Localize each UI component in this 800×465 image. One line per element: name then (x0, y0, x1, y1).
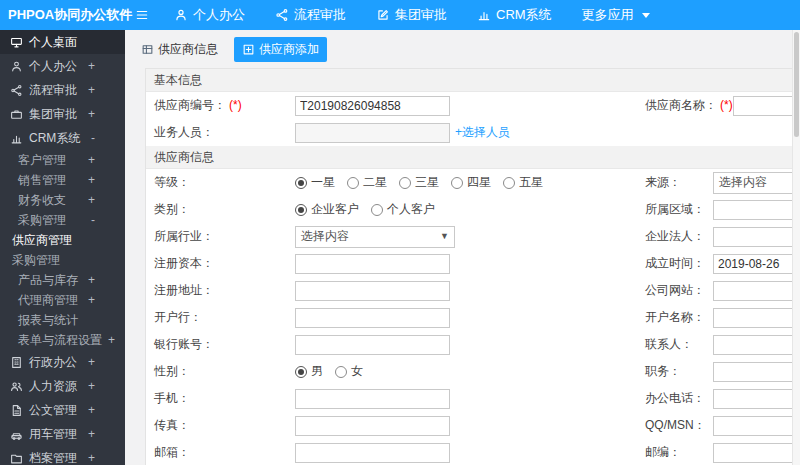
sidebar-item-personal-desktop[interactable]: 个人桌面 (0, 30, 125, 54)
industry-select[interactable]: 选择内容▼ (295, 226, 455, 248)
folder-icon (10, 452, 23, 465)
desktop-icon (10, 36, 23, 49)
expand-plus-icon: + (88, 451, 95, 465)
postcode-input[interactable] (713, 443, 800, 463)
established-date-input[interactable] (713, 254, 800, 274)
sidebar-item-archive-management[interactable]: 档案管理+ (0, 446, 125, 465)
form-row: 供应商编号：(*)供应商名称：(*) (146, 92, 800, 119)
expand-plus-icon: + (88, 153, 95, 167)
expand-plus-icon: + (88, 193, 95, 207)
tab-supplier-add[interactable]: 供应商添加 (234, 37, 327, 62)
sidebar-item-report-statistics[interactable]: 报表与统计 (0, 310, 125, 330)
sidebar-item-label: 档案管理 (29, 450, 77, 465)
sidebar-item-group-approval[interactable]: 集团审批+ (0, 102, 125, 126)
supplier-code-input[interactable] (295, 96, 450, 116)
field-label: 联系人： (645, 336, 713, 353)
topnav-label: 流程审批 (294, 6, 346, 24)
section-header: 基本信息 (146, 69, 800, 92)
building-icon (10, 356, 23, 369)
sidebar-item-label: 表单与流程设置 (18, 332, 102, 349)
gender-radio-option[interactable]: 男 (295, 363, 323, 380)
field-control (713, 335, 800, 355)
radio-icon (399, 177, 411, 189)
main-content: 供应商信息供应商添加 基本信息供应商编号：(*)供应商名称：(*)业务人员：+选… (125, 30, 800, 465)
gender-radio-option[interactable]: 女 (335, 363, 363, 380)
supplier-form: 基本信息供应商编号：(*)供应商名称：(*)业务人员：+选择人员供应商信息等级：… (145, 68, 800, 465)
sidebar-item-form-flow-settings[interactable]: 表单与流程设置+ (0, 330, 125, 350)
sidebar-item-personal-office[interactable]: 个人办公+ (0, 54, 125, 78)
level-radio-option[interactable]: 二星 (347, 174, 387, 191)
field-label: 职务： (645, 363, 713, 380)
sidebar-item-supplier-management[interactable]: 供应商管理 (0, 230, 125, 250)
sidebar-item-label: CRM系统 (29, 130, 80, 147)
level-radio-option[interactable]: 一星 (295, 174, 335, 191)
topnav-personal-office[interactable]: 个人办公 (159, 0, 260, 30)
bank-account-input[interactable] (295, 335, 450, 355)
sidebar-item-process-approval[interactable]: 流程审批+ (0, 78, 125, 102)
level-radio-option[interactable]: 五星 (503, 174, 543, 191)
sidebar-item-label: 报表与统计 (18, 312, 78, 329)
required-mark: (*) (229, 98, 242, 112)
sidebar-item-purchase-management[interactable]: 采购管理 (0, 250, 125, 270)
vertical-scrollbar[interactable] (792, 30, 800, 465)
registered-address-input[interactable] (295, 281, 450, 301)
field-control: +选择人员 (295, 123, 645, 143)
field-label: 注册地址： (154, 282, 295, 299)
app-logo[interactable]: PHPOA协同办公软件 (0, 6, 125, 24)
sidebar-item-document-management[interactable]: 公文管理+ (0, 398, 125, 422)
radio-icon (295, 177, 307, 189)
caret-down-icon (642, 13, 650, 18)
bank-branch-input[interactable] (295, 308, 450, 328)
topnav-process-approval[interactable]: 流程审批 (260, 0, 361, 30)
menu-toggle-button[interactable] (125, 0, 159, 30)
sidebar-item-procurement-management[interactable]: 采购管理- (0, 210, 125, 230)
sidebar-item-finance-income-expense[interactable]: 财务收支+ (0, 190, 125, 210)
sidebar-item-product-inventory[interactable]: 产品与库存+ (0, 270, 125, 290)
topnav-group-approval[interactable]: 集团审批 (361, 0, 462, 30)
topnav-more-apps[interactable]: 更多应用 (567, 0, 665, 30)
car-icon (10, 428, 23, 441)
sidebar-item-vehicle-management[interactable]: 用车管理+ (0, 422, 125, 446)
tab-bar: 供应商信息供应商添加 (125, 30, 800, 68)
contact-person-input[interactable] (713, 335, 800, 355)
choose-person-link[interactable]: +选择人员 (455, 124, 510, 141)
radio-icon (295, 204, 307, 216)
region-input[interactable] (713, 200, 800, 220)
radio-icon (295, 366, 307, 378)
scrollbar-thumb[interactable] (794, 32, 799, 137)
sidebar-item-admin-office[interactable]: 行政办公+ (0, 350, 125, 374)
source-select[interactable]: 选择内容▼ (713, 172, 800, 194)
qq-msn-input[interactable] (713, 416, 800, 436)
level-radio-option[interactable]: 三星 (399, 174, 439, 191)
level-radio-option[interactable]: 四星 (451, 174, 491, 191)
position-input[interactable] (713, 362, 800, 382)
form-row: 所属行业：选择内容▼企业法人： (146, 223, 800, 250)
sidebar-item-agent-management[interactable]: 代理商管理+ (0, 290, 125, 310)
supplier-name-input[interactable] (733, 96, 800, 116)
category-radio-option[interactable]: 企业客户 (295, 201, 359, 218)
collapse-minus-icon: - (91, 213, 95, 227)
legal-person-input[interactable] (713, 227, 800, 247)
sidebar-item-human-resources[interactable]: 人力资源+ (0, 374, 125, 398)
mobile-input[interactable] (295, 389, 450, 409)
sidebar-item-label: 客户管理 (18, 152, 66, 169)
sidebar-item-customer-management[interactable]: 客户管理+ (0, 150, 125, 170)
email-input[interactable] (295, 443, 450, 463)
company-website-input[interactable] (713, 281, 800, 301)
sidebar-item-crm-system[interactable]: CRM系统- (0, 126, 125, 150)
business-person-input[interactable] (295, 123, 450, 143)
sidebar-item-sales-management[interactable]: 销售管理+ (0, 170, 125, 190)
office-phone-input[interactable] (713, 389, 800, 409)
topnav-label: 集团审批 (395, 6, 447, 24)
sidebar-item-label: 销售管理 (18, 172, 66, 189)
topnav-crm-system[interactable]: CRM系统 (462, 0, 567, 30)
radio-label: 女 (351, 363, 363, 380)
registered-capital-input[interactable] (295, 254, 450, 274)
tab-supplier-info[interactable]: 供应商信息 (133, 37, 226, 62)
fax-input[interactable] (295, 416, 450, 436)
account-name-input[interactable] (713, 308, 800, 328)
radio-label: 三星 (415, 174, 439, 191)
field-control (713, 443, 800, 463)
category-radio-option[interactable]: 个人客户 (371, 201, 435, 218)
sidebar-item-label: 公文管理 (29, 402, 77, 419)
